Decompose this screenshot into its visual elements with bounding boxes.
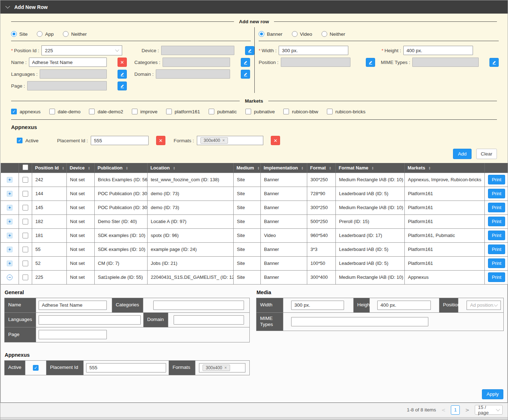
height-input[interactable] <box>403 46 473 55</box>
sort-icon[interactable]: ▲▼ <box>257 166 259 170</box>
tag-close-icon[interactable]: × <box>224 365 227 370</box>
column-header-format[interactable]: Format▲▼ <box>307 163 336 173</box>
row-checkbox[interactable]: ✓ <box>23 219 28 224</box>
column-header-location[interactable]: Location▲▼ <box>148 163 234 173</box>
market-checkbox-dale-demo2[interactable]: ✓dale-demo2 <box>89 109 123 114</box>
detail-mime-input[interactable] <box>291 317 428 326</box>
tag-close-icon[interactable]: × <box>222 138 225 143</box>
detail-name-input[interactable] <box>39 301 107 310</box>
languages-edit-button[interactable] <box>118 70 127 79</box>
next-page-icon[interactable]: > <box>465 407 469 413</box>
market-checkbox-rubicon-bbw[interactable]: ✓rubicon-bbw <box>283 109 318 114</box>
placement-remove-button[interactable]: ✕ <box>156 136 165 145</box>
market-checkbox-improve[interactable]: ✓improve <box>132 109 158 114</box>
sort-icon[interactable]: ▲▼ <box>372 166 374 170</box>
print-button[interactable]: Print <box>488 244 505 254</box>
position-id-select[interactable]: 225 <box>41 45 122 55</box>
radio-neither[interactable]: Neither <box>322 31 345 37</box>
column-header-device[interactable]: Device▲▼ <box>67 163 95 173</box>
previous-page-icon[interactable]: < <box>442 407 446 413</box>
detail-placement-input[interactable] <box>86 363 166 372</box>
select-all-checkbox[interactable]: ✓ <box>23 164 28 170</box>
column-header-publication[interactable]: Publication▲▼ <box>95 163 148 173</box>
detail-width-input[interactable] <box>291 301 344 310</box>
expand-row-icon[interactable]: + <box>7 177 13 183</box>
active-checkbox[interactable]: ✓ <box>17 138 23 143</box>
detail-height-input[interactable] <box>377 301 431 310</box>
row-checkbox[interactable]: ✓ <box>23 233 28 238</box>
sort-icon[interactable]: ▲▼ <box>329 166 331 170</box>
expand-row-icon[interactable]: + <box>7 191 13 197</box>
collapse-row-icon[interactable]: − <box>7 275 13 280</box>
print-button[interactable]: Print <box>488 203 505 212</box>
market-checkbox-appnexus[interactable]: ✓appnexus <box>11 109 41 114</box>
name-clear-button[interactable]: ✕ <box>118 58 127 67</box>
market-checkbox-pubmatic[interactable]: ✓pubmatic <box>209 109 237 114</box>
width-input[interactable] <box>279 46 348 55</box>
market-checkbox-rubicon-bricks[interactable]: ✓rubicon-bricks <box>327 109 365 114</box>
row-checkbox[interactable]: ✓ <box>23 191 28 197</box>
expand-row-icon[interactable]: + <box>7 247 13 252</box>
detail-page-input[interactable] <box>39 330 107 339</box>
sort-icon[interactable]: ▲▼ <box>173 166 175 170</box>
expand-row-icon[interactable]: + <box>7 219 13 224</box>
detail-categories-input[interactable] <box>153 301 244 310</box>
clear-button[interactable]: Clear <box>476 149 497 159</box>
panel-header[interactable]: Add New Row <box>0 0 508 14</box>
print-button[interactable]: Print <box>488 231 505 240</box>
ad-position-select[interactable]: Ad position. <box>467 301 501 310</box>
column-header-implementation[interactable]: Implementation▲▼ <box>261 163 307 173</box>
page-edit-button[interactable] <box>118 81 127 90</box>
column-header-position-id[interactable]: Position Id▲▼ <box>32 163 67 173</box>
market-checkbox-platform161[interactable]: ✓platform161 <box>166 109 200 114</box>
expand-row-icon[interactable]: + <box>7 233 13 238</box>
column-header-medium[interactable]: Medium▲▼ <box>234 163 261 173</box>
expand-row-icon[interactable]: + <box>7 261 13 266</box>
sort-icon[interactable]: ▲▼ <box>428 166 430 170</box>
row-checkbox[interactable]: ✓ <box>23 247 28 252</box>
print-button[interactable]: Print <box>488 175 505 184</box>
collapse-panel-chevron-icon[interactable] <box>5 4 10 9</box>
print-button[interactable]: Print <box>488 272 505 282</box>
device-input <box>161 46 234 55</box>
page-size-select[interactable]: 15 / page <box>475 405 503 415</box>
position-edit-button[interactable] <box>366 58 375 67</box>
row-checkbox[interactable]: ✓ <box>23 275 28 280</box>
detail-formats-input[interactable]: 300x400 × <box>199 363 245 372</box>
detail-active-checkbox[interactable]: ✓ <box>33 365 39 371</box>
radio-video[interactable]: Video <box>292 31 312 37</box>
column-header-markets[interactable]: Markets▲▼ <box>405 163 485 173</box>
mime-types-edit-button[interactable] <box>489 58 499 67</box>
formats-input[interactable]: 300x400 × <box>197 136 263 145</box>
sort-icon[interactable]: ▲▼ <box>62 166 64 170</box>
radio-banner[interactable]: Banner <box>259 31 283 37</box>
radio-site[interactable]: Site <box>11 31 28 37</box>
add-button[interactable]: Add <box>453 149 472 159</box>
expand-row-icon[interactable]: + <box>7 205 13 211</box>
page-number-button[interactable]: 1 <box>451 405 460 415</box>
market-checkbox-dale-demo[interactable]: ✓dale-demo <box>49 109 81 114</box>
sort-icon[interactable]: ▲▼ <box>126 166 128 170</box>
domain-edit-button[interactable] <box>241 70 250 79</box>
print-button[interactable]: Print <box>488 258 505 268</box>
column-header-format-name[interactable]: Format Name▲▼ <box>336 163 405 173</box>
print-button[interactable]: Print <box>488 217 505 226</box>
row-checkbox[interactable]: ✓ <box>23 205 28 211</box>
radio-app[interactable]: App <box>37 31 54 37</box>
active-checkbox-wrap[interactable]: ✓ Active <box>17 138 39 143</box>
row-checkbox[interactable]: ✓ <box>23 177 28 183</box>
categories-edit-button[interactable] <box>241 58 250 67</box>
apply-button[interactable]: Apply <box>482 389 503 399</box>
sort-icon[interactable]: ▲▼ <box>301 166 303 170</box>
print-button[interactable]: Print <box>488 189 505 198</box>
market-checkbox-pubnative[interactable]: ✓pubnative <box>245 109 275 114</box>
row-checkbox[interactable]: ✓ <box>23 261 28 266</box>
radio-neither[interactable]: Neither <box>63 31 87 37</box>
detail-languages-input[interactable] <box>39 315 141 325</box>
device-edit-button[interactable] <box>245 46 254 55</box>
placement-id-input[interactable] <box>91 136 149 145</box>
formats-remove-button[interactable]: ✕ <box>271 136 280 145</box>
detail-domain-input[interactable] <box>174 315 244 325</box>
sort-icon[interactable]: ▲▼ <box>88 166 90 170</box>
name-input[interactable] <box>29 58 107 67</box>
